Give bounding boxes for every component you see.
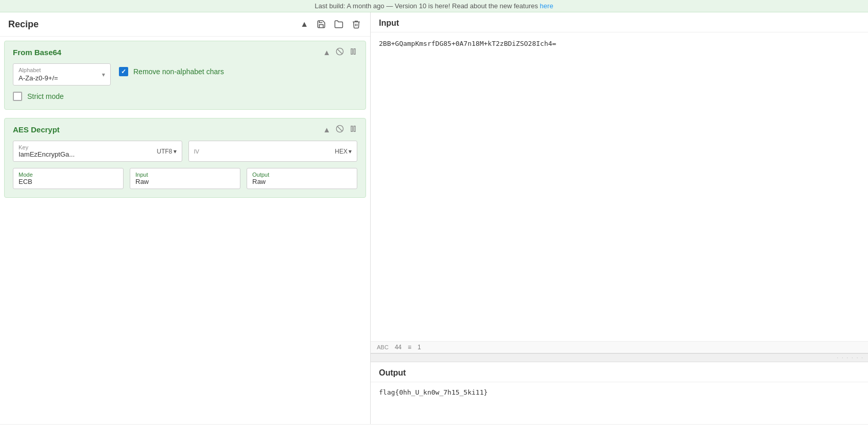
top-banner: Last build: A month ago — Version 10 is … [0,0,868,12]
alphabet-field-row: Alphabet A-Za-z0-9+/= ▾ Remove non-alpha… [13,63,357,86]
output-encoding-label: Output [252,172,352,178]
save-recipe-button[interactable] [316,19,327,30]
output-encoding-value: Raw [252,178,352,185]
alphabet-select[interactable]: Alphabet A-Za-z0-9+/= ▾ [13,63,111,86]
key-type-arrow-icon: ▾ [173,148,177,155]
remove-nonalpha-checkbox[interactable] [119,67,128,76]
divider-icon: · · · · · · [837,355,864,361]
recipe-toolbar: ▲ [299,19,362,30]
svg-rect-2 [351,49,353,55]
svg-line-5 [337,126,342,131]
delete-recipe-button[interactable] [351,19,362,30]
right-panel: Input ABC 44 ≡ 1 · · · · · · Output flag… [371,12,868,424]
iv-type-select[interactable]: HEX ▾ [335,148,352,155]
alphabet-value: A-Za-z0-9+/= [19,74,58,82]
input-section: Input ABC 44 ≡ 1 [371,12,868,353]
mode-value: ECB [19,178,118,185]
strict-mode-checkbox[interactable] [13,92,22,101]
key-type-select[interactable]: UTF8 ▾ [157,148,177,155]
strict-mode-row: Strict mode [13,92,357,101]
line-icon: ≡ [408,344,411,351]
stats-type-icon: ABC [377,344,389,350]
svg-rect-6 [351,126,353,132]
collapse-recipe-button[interactable]: ▲ [299,19,309,30]
input-encoding-field[interactable]: Input Raw [130,168,240,189]
input-encoding-value: Raw [135,178,235,185]
input-title: Input [371,12,868,32]
from-base64-disable-button[interactable] [336,47,344,57]
output-encoding-field[interactable]: Output Raw [247,168,357,189]
banner-link[interactable]: here [540,2,553,10]
remove-nonalpha-row: Remove non-alphabet chars [119,67,224,76]
output-section: Output flag{0hh_U_kn0w_7h15_5ki11} [371,362,868,424]
output-content: flag{0hh_U_kn0w_7h15_5ki11} [371,382,868,424]
mode-field[interactable]: Mode ECB [13,168,124,189]
aes-decrypt-block: AES Decrypt ▲ [4,118,366,198]
strict-mode-label: Strict mode [27,92,64,100]
svg-line-1 [337,49,342,54]
open-recipe-button[interactable] [333,19,344,30]
line-count: 1 [418,344,421,351]
iv-type-label: HEX [335,148,348,155]
mode-row: Mode ECB Input Raw Output Raw [13,168,357,189]
svg-rect-3 [354,49,355,55]
output-title: Output [371,362,868,382]
key-field[interactable]: Key IamEzEncryptGa... UTF8 ▾ [13,141,182,162]
iv-type-arrow-icon: ▾ [349,148,352,155]
from-base64-controls: ▲ [323,47,357,57]
iv-field[interactable]: IV HEX ▾ [188,141,358,162]
iv-label: IV [194,148,331,155]
input-stats-bar: ABC 44 ≡ 1 [371,341,868,353]
aes-decrypt-header: AES Decrypt ▲ [13,125,357,134]
key-input-area: Key IamEzEncryptGa... [19,144,153,158]
aes-decrypt-title: AES Decrypt [13,125,323,134]
key-iv-row: Key IamEzEncryptGa... UTF8 ▾ IV HEX ▾ [13,141,357,162]
from-base64-pause-button[interactable] [349,47,357,57]
recipe-header: Recipe ▲ [0,12,370,37]
output-value: flag{0hh_U_kn0w_7h15_5ki11} [379,388,488,396]
recipe-title: Recipe [8,19,299,30]
left-panel: Recipe ▲ [0,12,371,424]
remove-nonalpha-label: Remove non-alphabet chars [133,67,224,76]
key-value: IamEzEncryptGa... [19,150,153,158]
aes-decrypt-disable-button[interactable] [336,125,344,134]
panel-divider[interactable]: · · · · · · [371,353,868,362]
key-label: Key [19,144,153,150]
input-textarea[interactable] [371,32,868,341]
mode-label: Mode [19,172,118,178]
input-encoding-label: Input [135,172,235,178]
key-type-label: UTF8 [157,148,172,155]
from-base64-block: From Base64 ▲ [4,41,366,110]
aes-decrypt-pause-button[interactable] [349,125,357,134]
from-base64-header: From Base64 ▲ [13,47,357,57]
aes-decrypt-controls: ▲ [323,125,357,134]
aes-decrypt-collapse-button[interactable]: ▲ [323,125,331,134]
svg-rect-7 [354,126,355,132]
from-base64-collapse-button[interactable]: ▲ [323,48,331,57]
char-count: 44 [395,344,402,351]
alphabet-label: Alphabet [19,67,99,73]
alphabet-arrow-icon: ▾ [102,71,105,78]
from-base64-title: From Base64 [13,48,323,57]
